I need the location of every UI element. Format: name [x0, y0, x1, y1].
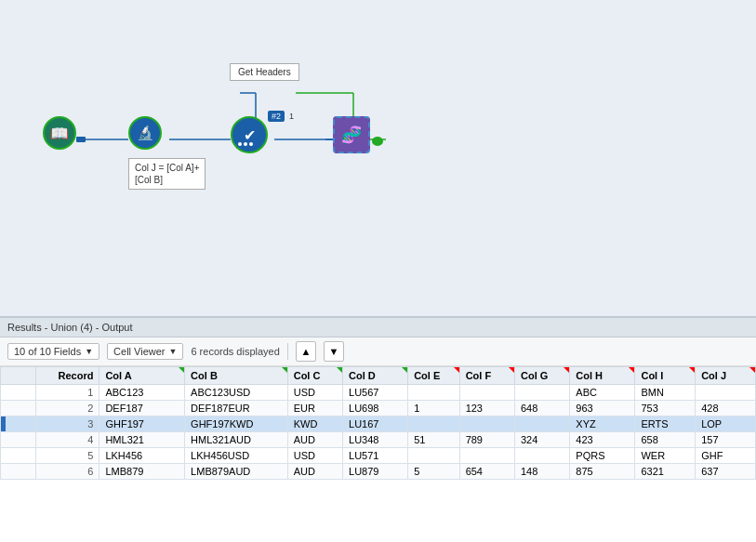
record-num-cell: 2 — [35, 401, 99, 416]
colJ-cell: 428 — [696, 401, 756, 416]
formula-label: Col J = [Col A]+ [Col B] — [128, 158, 206, 190]
dna-node[interactable]: 🧬 — [333, 116, 370, 153]
col-b-header: Col B — [185, 367, 288, 385]
fields-button[interactable]: 10 of 10 Fields ▼ — [7, 343, 99, 360]
colI-cell: WER — [635, 448, 696, 464]
colE-cell: 1 — [408, 401, 459, 416]
col-j-header: Col J — [696, 367, 756, 385]
record-num-cell: 3 — [35, 416, 99, 432]
col-g-header: Col G — [514, 367, 569, 385]
col-a-header: Col A — [99, 367, 185, 385]
colI-cell: 6321 — [635, 464, 696, 480]
viewer-button[interactable]: Cell Viewer ▼ — [107, 343, 183, 360]
colC-cell: EUR — [287, 401, 342, 416]
colB-cell: DEF187EUR — [185, 401, 288, 416]
colI-cell: BMN — [635, 385, 696, 401]
colB-cell: LMB879AUD — [185, 464, 288, 480]
colF-cell — [459, 416, 514, 432]
colA-cell: LMB879 — [99, 464, 185, 480]
colH-cell: PQRS — [570, 448, 635, 464]
colD-cell: LU879 — [343, 464, 408, 480]
book-node[interactable]: 📖 — [43, 116, 76, 150]
toolbar-divider — [287, 343, 288, 360]
colG-cell — [514, 448, 569, 464]
colH-cell: XYZ — [570, 416, 635, 432]
badge-1: 1 — [287, 111, 296, 122]
col-i-header: Col I — [635, 367, 696, 385]
connector-book — [76, 137, 86, 142]
colE-cell: 5 — [408, 464, 459, 480]
colG-cell: 148 — [514, 464, 569, 480]
colC-cell: USD — [287, 385, 342, 401]
col-record-header — [1, 367, 36, 385]
badge-2: #2 — [268, 111, 285, 122]
colA-cell: GHF197 — [99, 416, 185, 432]
colJ-cell: LOP — [696, 416, 756, 432]
output-dot — [372, 137, 383, 146]
results-toolbar: 10 of 10 Fields ▼ Cell Viewer ▼ 6 record… — [0, 337, 756, 366]
colB-cell: LKH456USD — [185, 448, 288, 464]
colJ-cell: 637 — [696, 464, 756, 480]
colC-cell: AUD — [287, 464, 342, 480]
colG-cell: 648 — [514, 401, 569, 416]
colF-cell: 789 — [459, 432, 514, 448]
viewer-dropdown-icon: ▼ — [169, 347, 178, 356]
colD-cell: LU698 — [343, 401, 408, 416]
colB-cell: GHF197KWD — [185, 416, 288, 432]
check-node[interactable]: ✔ #2 1 — [231, 116, 268, 153]
colE-cell — [408, 416, 459, 432]
colE-cell — [408, 448, 459, 464]
colF-cell — [459, 448, 514, 464]
colJ-cell — [696, 385, 756, 401]
table-row: 3GHF197GHF197KWDKWDLU167XYZERTSLOP — [1, 416, 756, 432]
data-table-wrapper[interactable]: Record Col A Col B Col C Col D Col E Col… — [0, 366, 756, 480]
sort-up-button[interactable]: ▲ — [296, 341, 316, 362]
colH-cell: 963 — [570, 401, 635, 416]
colE-cell — [408, 385, 459, 401]
get-headers-node[interactable]: Get Headers — [230, 63, 299, 81]
colC-cell: AUD — [287, 432, 342, 448]
colI-cell: 753 — [635, 401, 696, 416]
record-num-cell: 1 — [35, 385, 99, 401]
colB-cell: ABC123USD — [185, 385, 288, 401]
row-indicator-cell — [1, 432, 36, 448]
colG-cell: 324 — [514, 432, 569, 448]
check-icon: ✔ — [244, 126, 256, 144]
colD-cell: LU571 — [343, 448, 408, 464]
colH-cell: 875 — [570, 464, 635, 480]
col-f-header: Col F — [459, 367, 514, 385]
colG-cell — [514, 385, 569, 401]
col-c-header: Col C — [287, 367, 342, 385]
colG-cell — [514, 416, 569, 432]
sort-down-button[interactable]: ▼ — [324, 341, 344, 362]
colA-cell: DEF187 — [99, 401, 185, 416]
table-row: 6LMB879LMB879AUDAUDLU8795654148875632163… — [1, 464, 756, 480]
colB-cell: HML321AUD — [185, 432, 288, 448]
row-indicator-cell — [1, 448, 36, 464]
colD-cell: LU567 — [343, 385, 408, 401]
col-e-header: Col E — [408, 367, 459, 385]
colJ-cell: GHF — [696, 448, 756, 464]
records-text: 6 records displayed — [191, 346, 279, 357]
colF-cell: 654 — [459, 464, 514, 480]
table-row: 2DEF187DEF187EUREURLU6981123648963753428 — [1, 401, 756, 416]
row-indicator-cell — [1, 416, 36, 432]
dropdown-arrow-icon: ▼ — [85, 347, 93, 356]
row-indicator-cell — [1, 385, 36, 401]
col-d-header: Col D — [343, 367, 408, 385]
book-icon: 📖 — [50, 125, 69, 142]
results-panel: Results - Union (4) - Output 10 of 10 Fi… — [0, 316, 756, 542]
colA-cell: LKH456 — [99, 448, 185, 464]
colJ-cell: 157 — [696, 432, 756, 448]
lab-node[interactable]: 🔬 — [128, 116, 162, 150]
colI-cell: ERTS — [635, 416, 696, 432]
lab-icon: 🔬 — [137, 125, 154, 141]
table-row: 1ABC123ABC123USDUSDLU567ABCBMN — [1, 385, 756, 401]
colA-cell: HML321 — [99, 432, 185, 448]
colH-cell: ABC — [570, 385, 635, 401]
col-h-header: Col H — [570, 367, 635, 385]
table-body: 1ABC123ABC123USDUSDLU567ABCBMN2DEF187DEF… — [1, 385, 756, 480]
col-record-num-header: Record — [35, 367, 99, 385]
table-row: 5LKH456LKH456USDUSDLU571PQRSWERGHF — [1, 448, 756, 464]
colF-cell — [459, 385, 514, 401]
